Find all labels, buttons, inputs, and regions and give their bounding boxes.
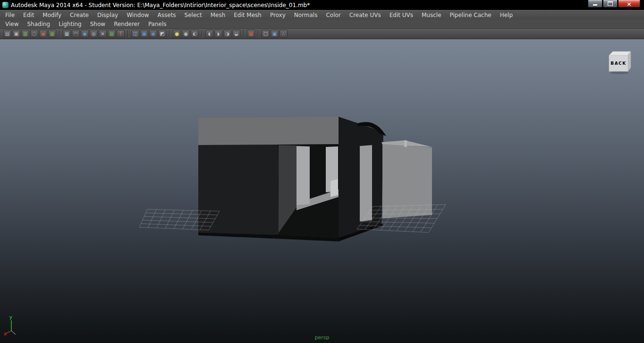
- menu-item-display[interactable]: Display: [93, 11, 122, 20]
- view-cube-top-face[interactable]: [609, 51, 631, 55]
- isolate-select-icon[interactable]: □: [262, 30, 270, 38]
- transparency-display-icon[interactable]: ◩: [158, 30, 166, 38]
- render-current-frame-icon[interactable]: ●: [173, 30, 181, 38]
- object-selection-mask-icon[interactable]: ▣: [12, 30, 20, 38]
- interior-pillar-1[interactable]: [297, 146, 310, 205]
- make-object-live-icon-glyph: ▦: [110, 32, 114, 36]
- snap-together-tool-icon[interactable]: T: [117, 30, 125, 38]
- toolbar-divider: [59, 30, 60, 38]
- menu-item-edit[interactable]: Edit: [19, 11, 38, 20]
- render-settings-icon[interactable]: ◐: [191, 30, 199, 38]
- menu-item-file[interactable]: File: [1, 11, 19, 20]
- shadows-display-icon[interactable]: ◑: [223, 30, 231, 38]
- grid-line: [157, 210, 166, 228]
- default-lighting-icon[interactable]: ◖: [205, 30, 213, 38]
- menu-item-modify[interactable]: Modify: [38, 11, 66, 20]
- transparency-display-icon-glyph: ◩: [160, 32, 164, 36]
- menu-item-mesh[interactable]: Mesh: [206, 11, 230, 20]
- all-lights-icon[interactable]: ◗: [214, 30, 222, 38]
- menu-item-pipeline-cache[interactable]: Pipeline Cache: [446, 11, 496, 20]
- snap-to-grids-icon[interactable]: ▦: [63, 30, 71, 38]
- grid-line: [174, 210, 184, 229]
- wireframe-on-shaded-icon[interactable]: ▣: [271, 30, 279, 38]
- grid-select-icon[interactable]: ▦: [247, 30, 255, 38]
- window-title: Autodesk Maya 2014 x64 - Student Version…: [11, 2, 310, 9]
- minimize-button[interactable]: [588, 0, 602, 8]
- window-controls: [587, 0, 640, 8]
- panel-menu-item-show[interactable]: Show: [86, 20, 110, 29]
- menu-item-window[interactable]: Window: [122, 11, 153, 20]
- viewport[interactable]: BACK y x persp: [0, 39, 644, 343]
- panel-menu-item-lighting[interactable]: Lighting: [54, 20, 86, 29]
- quick-select-set-icon[interactable]: ▦: [48, 30, 56, 38]
- house-roof-top[interactable]: [198, 117, 339, 145]
- isolate-select-icon-glyph: □: [263, 32, 268, 36]
- input-connections-icon-glyph: ◫: [133, 32, 137, 36]
- menu-item-edit-uvs[interactable]: Edit UVs: [385, 11, 417, 20]
- default-lighting-icon-glyph: ◖: [208, 32, 211, 36]
- paint-select-icon-glyph: ◉: [41, 32, 45, 36]
- panel-menu-item-view[interactable]: View: [1, 20, 23, 29]
- output-connections-icon-glyph: ◉: [151, 32, 155, 36]
- close-button[interactable]: [618, 0, 640, 8]
- construction-history-icon[interactable]: ▣: [140, 30, 148, 38]
- menu-item-help[interactable]: Help: [496, 11, 517, 20]
- panel-menu-item-panels[interactable]: Panels: [144, 20, 171, 29]
- ipr-render-icon-glyph: ●: [184, 32, 188, 36]
- lasso-tool-icon[interactable]: ◌: [30, 30, 38, 38]
- textures-display-icon[interactable]: ◒: [232, 30, 240, 38]
- menu-item-create[interactable]: Create: [66, 11, 93, 20]
- snap-to-grids-icon-glyph: ▦: [65, 32, 69, 36]
- snap-to-view-planes-icon[interactable]: ×: [99, 30, 107, 38]
- ipr-render-icon[interactable]: ●: [182, 30, 190, 38]
- building-model[interactable]: [198, 117, 432, 241]
- menu-item-muscle[interactable]: Muscle: [417, 11, 446, 20]
- share-nodes-icon[interactable]: ∴: [280, 30, 288, 38]
- menu-bar-items: FileEditModifyCreateDisplayWindowAssetsS…: [0, 10, 644, 20]
- snap-to-curves-icon-glyph: ◠: [74, 32, 78, 36]
- panel-menu-item-renderer[interactable]: Renderer: [110, 20, 144, 29]
- view-cube-right-face[interactable]: [628, 51, 631, 71]
- outer-pillar-strip[interactable]: [360, 145, 372, 222]
- make-object-live-icon[interactable]: ▦: [108, 30, 116, 38]
- panel-menu-item-shading[interactable]: Shading: [23, 20, 54, 29]
- grid-line: [139, 227, 209, 230]
- view-cube[interactable]: BACK: [606, 50, 633, 75]
- menu-item-assets[interactable]: Assets: [153, 11, 180, 20]
- axis-y-label: y: [9, 315, 12, 320]
- construction-history-icon-glyph: ▣: [142, 32, 146, 36]
- house-front-wall[interactable]: [198, 145, 279, 235]
- snap-together-tool-icon-glyph: T: [119, 32, 122, 36]
- axis-x-line: [6, 331, 11, 334]
- panel-menu-bar: ViewShadingLightingShowRendererPanels: [0, 20, 644, 29]
- histogram-icon[interactable]: ▥: [21, 30, 29, 38]
- scene-hierarchy-icon[interactable]: ▤: [3, 30, 11, 38]
- menu-item-color[interactable]: Color: [322, 11, 345, 20]
- menu-item-proxy[interactable]: Proxy: [266, 11, 290, 20]
- axis-z-line: [11, 331, 16, 334]
- wireframe-on-shaded-icon-glyph: ▣: [272, 32, 277, 36]
- output-connections-icon[interactable]: ◉: [149, 30, 157, 38]
- menu-item-edit-mesh[interactable]: Edit Mesh: [229, 11, 266, 20]
- grid-line: [139, 209, 147, 227]
- toolbar-divider: [258, 30, 259, 38]
- snap-to-curves-icon[interactable]: ◠: [72, 30, 80, 38]
- minimize-icon: [593, 4, 597, 6]
- snap-to-projected-center-icon[interactable]: ◎: [90, 30, 98, 38]
- toolbar-divider: [169, 30, 170, 38]
- histogram-icon-glyph: ▥: [23, 32, 27, 36]
- title-bar[interactable]: Autodesk Maya 2014 x64 - Student Version…: [0, 0, 644, 10]
- render-current-frame-icon-glyph: ●: [175, 32, 179, 36]
- maximize-button[interactable]: [603, 0, 618, 8]
- menu-item-select[interactable]: Select: [180, 11, 206, 20]
- all-lights-icon-glyph: ◗: [217, 32, 220, 36]
- input-connections-icon[interactable]: ◫: [131, 30, 139, 38]
- quick-select-set-icon-glyph: ▦: [50, 32, 54, 36]
- menu-item-create-uvs[interactable]: Create UVs: [345, 11, 385, 20]
- menu-item-normals[interactable]: Normals: [290, 11, 322, 20]
- snap-to-points-icon[interactable]: ◉: [81, 30, 89, 38]
- snap-to-points-icon-glyph: ◉: [83, 32, 87, 36]
- axis-indicator: y x: [3, 314, 25, 336]
- right-box-front[interactable]: [382, 144, 432, 218]
- paint-select-icon[interactable]: ◉: [39, 30, 47, 38]
